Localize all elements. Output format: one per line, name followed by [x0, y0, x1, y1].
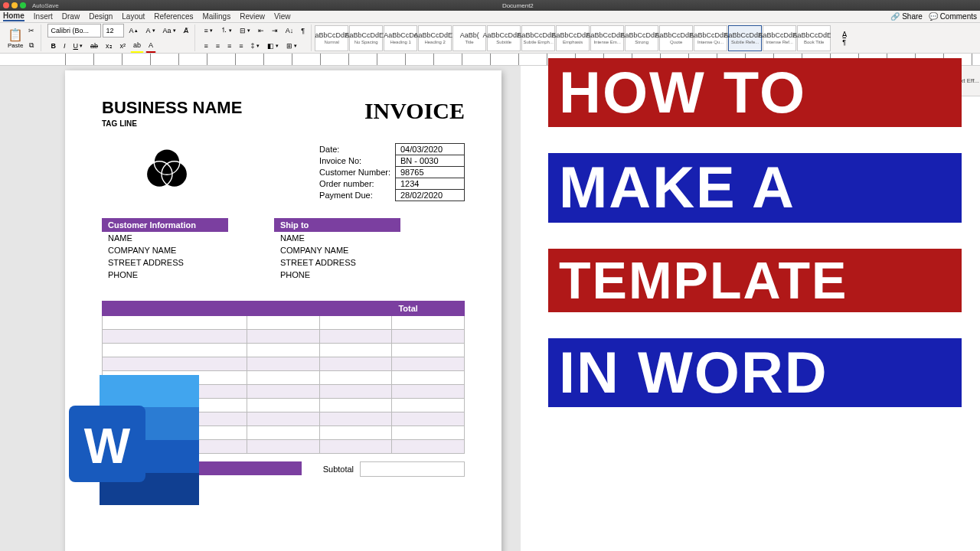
maximize-icon[interactable]: [20, 2, 26, 8]
indent-dec-button[interactable]: ⇤: [255, 24, 267, 37]
address-line: STREET ADDRESS: [274, 256, 400, 269]
ship-to-block: Ship to NAMECOMPANY NAMESTREET ADDRESSPH…: [274, 218, 400, 281]
minimize-icon[interactable]: [11, 2, 18, 8]
size-select[interactable]: 12: [103, 24, 124, 37]
style-intenseref[interactable]: AaBbCcDdEeIntense Ref...: [763, 25, 796, 51]
table-row: [103, 330, 465, 344]
styles-gallery[interactable]: AaBbCcDdEeNormalAaBbCcDdEeNo SpacingAaBb…: [315, 25, 831, 51]
font-color-button[interactable]: A: [145, 39, 156, 53]
borders-button[interactable]: ⊞▾: [283, 39, 300, 53]
style-normal[interactable]: AaBbCcDdEeNormal: [315, 25, 348, 51]
banner-2: MAKE A: [548, 153, 962, 222]
comments-button[interactable]: 💬 Comments: [929, 12, 977, 21]
shading-button[interactable]: ◧▾: [264, 39, 282, 53]
paragraph-group: ≡▾ ⒈▾ ⊟▾ ⇤ ⇥ A↓ ¶ ≡ ≡ ≡ ≡ ‡▾ ◧▾ ⊞▾: [198, 24, 312, 51]
numbering-button[interactable]: ⒈▾: [217, 24, 235, 37]
style-subtleemph[interactable]: AaBbCcDdEeSubtle Emph...: [521, 25, 555, 51]
close-icon[interactable]: [3, 2, 9, 8]
invoice-meta-table: Date:04/03/2020Invoice No:BN - 0030Custo…: [315, 143, 465, 201]
tab-home[interactable]: Home: [3, 11, 24, 21]
italic-button[interactable]: I: [60, 39, 69, 53]
title-banners: HOW TO MAKE A TEMPLATE IN WORD: [548, 58, 962, 407]
meta-value: 98765: [396, 167, 465, 178]
meta-value: 04/03/2020: [396, 144, 465, 155]
tab-references[interactable]: References: [154, 12, 193, 21]
address-line: NAME: [102, 232, 228, 244]
ship-to-header: Ship to: [274, 218, 400, 232]
tab-insert[interactable]: Insert: [34, 12, 53, 21]
paste-icon[interactable]: 📋: [8, 28, 23, 42]
customer-info-block: Customer Information NAMECOMPANY NAMESTR…: [102, 218, 228, 281]
justify-button[interactable]: ≡: [236, 39, 246, 53]
mac-titlebar: AutoSave Document2: [0, 0, 980, 11]
tab-mailings[interactable]: Mailings: [202, 12, 230, 21]
clear-format-button[interactable]: A̸: [181, 24, 191, 37]
style-quote[interactable]: AaBbCcDdEeQuote: [659, 25, 693, 51]
customer-info-header: Customer Information: [102, 218, 228, 232]
clipboard-group: 📋 Paste ✂ ⧉: [5, 24, 41, 51]
autosave-label: AutoSave: [32, 2, 59, 9]
document-title: Document2: [59, 2, 977, 9]
bold-button[interactable]: B: [47, 39, 59, 53]
share-button[interactable]: 🔗 Share: [890, 12, 922, 21]
meta-key: Invoice No:: [315, 155, 395, 167]
traffic-lights[interactable]: [3, 2, 26, 8]
style-emphasis[interactable]: AaBbCcDdEeEmphasis: [556, 25, 590, 51]
banner-1: HOW TO: [548, 58, 962, 127]
sort-button[interactable]: A↓: [283, 24, 297, 37]
align-right-button[interactable]: ≡: [224, 39, 234, 53]
banner-3: TEMPLATE: [548, 249, 962, 312]
tab-draw[interactable]: Draw: [62, 12, 80, 21]
meta-key: Customer Number:: [315, 167, 395, 178]
align-left-button[interactable]: ≡: [201, 39, 211, 53]
style-nospacing[interactable]: AaBbCcDdEeNo Spacing: [349, 25, 383, 51]
address-line: COMPANY NAME: [274, 244, 400, 256]
shrink-font-button[interactable]: A▾: [142, 24, 158, 37]
svg-text:W: W: [84, 419, 131, 474]
meta-value: 28/02/2020: [396, 190, 465, 201]
meta-key: Payment Due:: [315, 190, 395, 201]
style-heading[interactable]: AaBbCcDdEeHeading 2: [418, 25, 452, 51]
change-case-button[interactable]: Aa▾: [160, 24, 179, 37]
subscript-button[interactable]: x₂: [103, 39, 116, 53]
address-line: STREET ADDRESS: [102, 256, 228, 269]
styles-pane-button[interactable]: A̲¶: [837, 25, 852, 51]
show-marks-button[interactable]: ¶: [298, 24, 308, 37]
tab-review[interactable]: Review: [240, 12, 265, 21]
style-intensequ[interactable]: AaBbCcDdEeIntense Qu...: [694, 25, 727, 51]
tab-layout[interactable]: Layout: [122, 12, 145, 21]
underline-button[interactable]: U▾: [70, 39, 86, 53]
style-heading[interactable]: AaBbCcDcHeading 1: [384, 25, 417, 51]
style-subtitle[interactable]: AaBbCcDdEeSubtitle: [487, 25, 521, 51]
invoice-title: INVOICE: [364, 98, 465, 124]
word-app-icon: W: [54, 367, 207, 520]
strike-button[interactable]: ab: [87, 39, 101, 53]
venn-logo-icon: [140, 143, 194, 197]
tab-view[interactable]: View: [274, 12, 291, 21]
tab-design[interactable]: Design: [89, 12, 113, 21]
style-intenseem[interactable]: AaBbCcDdEeIntense Em...: [590, 25, 624, 51]
multilevel-button[interactable]: ⊟▾: [237, 24, 253, 37]
highlight-button[interactable]: ab: [130, 39, 144, 53]
style-subtlerefe[interactable]: AaBbCcDdEeSubtle Refe...: [728, 25, 762, 51]
meta-key: Order number:: [315, 178, 395, 190]
align-center-button[interactable]: ≡: [213, 39, 223, 53]
address-line: NAME: [274, 232, 400, 244]
cut-button[interactable]: ✂: [25, 24, 38, 37]
style-title[interactable]: AaBb(Title: [452, 25, 486, 51]
paste-label: Paste: [8, 42, 23, 49]
superscript-button[interactable]: x²: [117, 39, 129, 53]
font-select[interactable]: Calibri (Bo...: [47, 24, 101, 37]
style-strong[interactable]: AaBbCcDdEeStrong: [625, 25, 658, 51]
bullets-button[interactable]: ≡▾: [201, 24, 216, 37]
table-row: [103, 316, 465, 330]
meta-key: Date:: [315, 144, 395, 155]
grow-font-button[interactable]: A▴: [126, 24, 141, 37]
line-spacing-button[interactable]: ‡▾: [248, 39, 263, 53]
indent-inc-button[interactable]: ⇥: [269, 24, 281, 37]
meta-value: BN - 0030: [396, 155, 465, 167]
banner-4: IN WORD: [548, 338, 962, 407]
font-group: Calibri (Bo... 12 A▴ A▾ Aa▾ A̸ B I U▾ ab…: [44, 24, 194, 51]
copy-button[interactable]: ⧉: [25, 38, 38, 52]
style-booktitle[interactable]: AaBbCcDdEeBook Title: [797, 25, 831, 51]
